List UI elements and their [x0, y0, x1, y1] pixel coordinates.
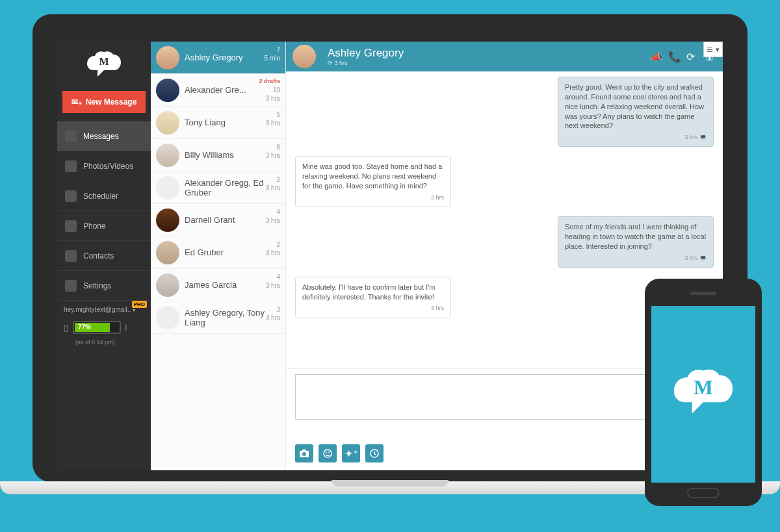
conversation-name: Billy Williams [185, 150, 234, 160]
avatar [156, 46, 179, 70]
conversation-meta: 43 hrs [266, 273, 280, 290]
conversation-item[interactable]: Alexander Gregg, Ed Gruber23 hrs [151, 171, 285, 204]
new-message-button[interactable]: ✉₊ New Message [62, 91, 146, 113]
battery-status: ▯ 77% [57, 316, 151, 339]
schedule-button[interactable] [365, 444, 384, 462]
delete-icon[interactable]: 🗑 [705, 51, 716, 62]
nav-phone[interactable]: Phone [57, 210, 151, 240]
chat-avatar [292, 45, 316, 68]
phone-screen: M [651, 306, 755, 483]
chat-title: Ashley Gregory [328, 47, 404, 60]
message-text: Some of my friends and I were thinking o… [565, 222, 707, 251]
message-text: Absolutely. I'll have to confirm later b… [302, 283, 444, 302]
conversation-name: Alexander Gre... [185, 85, 246, 95]
phone-icon [65, 220, 77, 232]
conversation-meta: 2 drafts193 hrs [259, 78, 280, 103]
nav-label: Messages [83, 132, 119, 141]
clock-icon [65, 190, 77, 202]
conversation-item[interactable]: James Garcia43 hrs [151, 269, 285, 301]
avatar [156, 176, 179, 199]
nav-contacts[interactable]: Contacts [57, 240, 151, 270]
avatar [156, 111, 179, 134]
svg-text:M: M [99, 56, 109, 67]
nav-settings[interactable]: Settings [57, 270, 151, 300]
message-text: Pretty good. Went up to the city and wal… [565, 82, 707, 131]
avatar [156, 209, 179, 232]
laptop-screen: M ✉₊ New Message MessagesPhotos/VideosSc… [57, 42, 723, 470]
nav-messages[interactable]: Messages [57, 121, 151, 151]
gear-icon [65, 280, 77, 292]
svg-point-2 [302, 452, 306, 456]
battery-asof: (as of 6:14 pm) [57, 339, 151, 346]
avatar [156, 241, 179, 264]
conversation-item[interactable]: Ashley Gregory, Tony Liang33 hrs [151, 301, 285, 334]
nav-label: Contacts [83, 251, 114, 260]
svg-point-5 [326, 451, 327, 453]
conversation-meta: 53 hrs [266, 110, 280, 127]
laptop-notch [332, 480, 448, 487]
conversation-meta: 43 hrs [266, 208, 280, 225]
svg-point-6 [328, 451, 330, 453]
conversation-item[interactable]: Ashley Gregory75 min [151, 42, 285, 74]
nav-photos-videos[interactable]: Photos/Videos [57, 151, 151, 181]
message-time: 3 hrs [565, 133, 707, 141]
phone-frame: M [645, 279, 762, 506]
contacts-icon [65, 250, 77, 262]
avatar [156, 144, 179, 167]
nav-label: Photos/Videos [83, 162, 133, 171]
conversation-name: Ed Gruber [185, 247, 224, 257]
conversation-meta: 33 hrs [266, 305, 280, 322]
conversation-list: Ashley Gregory75 minAlexander Gre...2 dr… [151, 42, 286, 470]
emoji-button[interactable] [318, 444, 337, 462]
message-time: 3 hrs [302, 194, 444, 201]
messages-icon [65, 131, 77, 142]
incoming-message: Mine was good too. Stayed home and had a… [295, 156, 451, 207]
refresh-small-icon: ⟳ [328, 60, 333, 66]
incoming-message: Absolutely. I'll have to confirm later b… [295, 277, 451, 318]
conversation-name: James Garcia [185, 280, 237, 290]
avatar [156, 79, 179, 102]
conversation-name: Tony Liang [185, 118, 226, 127]
conversation-name: Darnell Grant [185, 215, 235, 225]
sidebar: M ✉₊ New Message MessagesPhotos/VideosSc… [57, 42, 151, 470]
outgoing-message: Some of my friends and I were thinking o… [558, 216, 714, 268]
message-time: 3 hrs [302, 304, 444, 312]
camera-button[interactable] [295, 444, 313, 462]
nav-label: Settings [83, 281, 111, 290]
nav-label: Phone [83, 222, 106, 231]
conversation-item[interactable]: Tony Liang53 hrs [151, 107, 285, 139]
conversation-item[interactable]: Billy Williams63 hrs [151, 139, 285, 171]
battery-meter: 77% [73, 321, 121, 334]
svg-text:M: M [694, 376, 713, 399]
conversation-item[interactable]: Darnell Grant43 hrs [151, 204, 285, 236]
device-icon: ▯ [64, 322, 69, 333]
avatar [156, 306, 179, 329]
conversation-item[interactable]: Alexander Gre...2 drafts193 hrs [151, 74, 285, 107]
message-time: 3 hrs [565, 254, 707, 262]
account-email[interactable]: hey.mightytext@gmail.. ▾ PRO [57, 300, 151, 316]
conversation-name: Ashley Gregory [185, 53, 243, 62]
megaphone-icon[interactable]: 📣 [650, 51, 662, 62]
conversation-meta: 23 hrs [266, 175, 280, 192]
app-logo: M [57, 42, 151, 87]
chat-header: Ashley Gregory ⟳ 3 hrs 📣 📞 ⟳ 🗑 [286, 42, 723, 71]
nav-label: Scheduler [83, 192, 118, 201]
conversation-item[interactable]: Ed Gruber23 hrs [151, 236, 285, 269]
pro-badge: PRO [132, 301, 147, 308]
camera-icon [65, 160, 77, 172]
message-text: Mine was good too. Stayed home and had a… [302, 162, 444, 191]
outgoing-message: Pretty good. Went up to the city and wal… [558, 77, 714, 147]
compose-icon: ✉₊ [72, 97, 82, 107]
nav-scheduler[interactable]: Scheduler [57, 181, 151, 210]
magic-button[interactable]: ✦⁺ [342, 444, 360, 462]
refresh-icon[interactable]: ⟳ [686, 51, 698, 62]
conversation-meta: 23 hrs [266, 240, 280, 257]
avatar [156, 273, 179, 297]
new-message-label: New Message [86, 97, 137, 107]
call-icon[interactable]: 📞 [668, 51, 680, 62]
conversation-meta: 75 min [265, 45, 280, 62]
conversation-meta: 63 hrs [266, 143, 280, 160]
laptop-frame: M ✉₊ New Message MessagesPhotos/VideosSc… [32, 14, 748, 482]
svg-rect-3 [302, 450, 306, 451]
